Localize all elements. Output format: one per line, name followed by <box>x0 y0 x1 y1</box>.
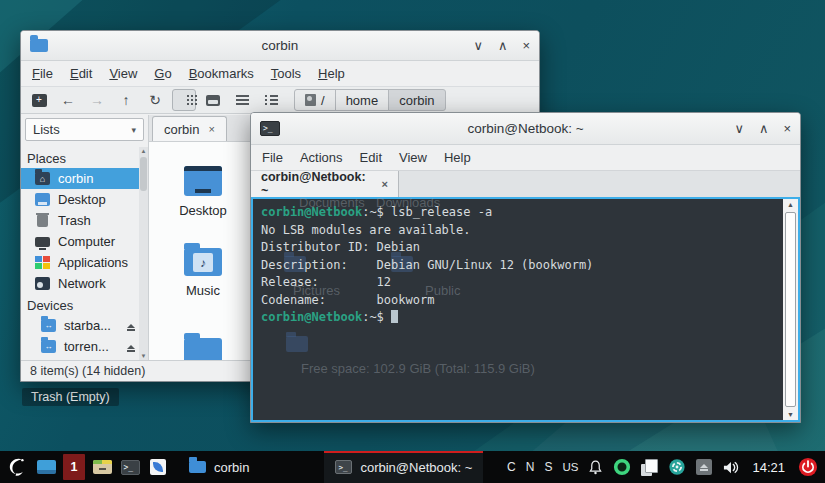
app-menu-button[interactable] <box>0 451 32 483</box>
breadcrumb-current[interactable]: corbin <box>388 89 445 111</box>
network-icon <box>35 277 50 290</box>
clock[interactable]: 14:21 <box>752 460 785 475</box>
menu-view[interactable]: View <box>399 150 427 165</box>
tab-corbin[interactable]: corbin × <box>152 116 227 141</box>
close-icon[interactable]: × <box>522 39 530 52</box>
file-item-label: Desktop <box>157 203 249 218</box>
sidebar-item-corbin[interactable]: ⌂ corbin <box>21 168 139 189</box>
task-terminal[interactable]: >_ corbin@Netbook: ~ <box>324 451 483 483</box>
breadcrumb: / home corbin <box>295 89 446 111</box>
close-icon[interactable]: × <box>783 122 791 135</box>
text-editor-launcher[interactable] <box>144 451 172 483</box>
new-tab-button[interactable]: + <box>27 89 51 111</box>
terminal-titlebar[interactable]: >_ corbin@Netbook: ~ ∨ ∧ × <box>251 113 800 145</box>
menu-go[interactable]: Go <box>154 66 171 81</box>
desktop-pager[interactable]: 1 <box>63 454 85 480</box>
shutter-app-icon[interactable] <box>668 458 686 476</box>
prompt-user: corbin@Netbook <box>261 205 362 219</box>
file-manager-titlebar[interactable]: corbin ∨ ∧ × <box>21 31 539 61</box>
terminal-line: No LSB modules are available. <box>261 222 778 240</box>
minimize-icon[interactable]: ∨ <box>734 122 744 135</box>
sidebar-item-label: Computer <box>58 234 115 249</box>
keyboard-layout-indicator[interactable]: US <box>562 461 578 473</box>
detailed-view-icon <box>236 95 249 105</box>
scrollbar-thumb[interactable] <box>785 212 796 407</box>
forward-button[interactable]: → <box>85 89 109 111</box>
scroll-down-icon[interactable]: ▼ <box>141 353 147 359</box>
tab-close-icon[interactable]: × <box>382 179 388 190</box>
maximize-icon[interactable]: ∧ <box>498 39 508 52</box>
menu-bookmarks[interactable]: Bookmarks <box>189 66 254 81</box>
minimize-icon[interactable]: ∨ <box>473 39 483 52</box>
tab-close-icon[interactable]: × <box>208 124 214 135</box>
task-label: corbin <box>214 460 249 475</box>
sidebar-item-label: starba... <box>64 318 111 333</box>
file-item-desktop[interactable]: Desktop <box>157 166 249 218</box>
sidebar-item-applications[interactable]: Applications <box>21 252 139 273</box>
back-icon: ← <box>61 92 75 108</box>
desktop-trash-icon[interactable]: Trash (Empty) <box>22 388 119 406</box>
terminal-scrollbar[interactable]: ▲ ▼ <box>783 199 798 420</box>
sidebar-item-trash[interactable]: Trash <box>21 210 139 231</box>
folder-icon <box>189 461 206 473</box>
icon-view-button[interactable] <box>172 89 196 111</box>
breadcrumb-root[interactable]: / <box>294 89 336 111</box>
sidebar-item-label: torren... <box>64 339 109 354</box>
ghost-statusbar-text: Free space: 102.9 GiB (Total: 115.9 GiB) <box>301 361 535 376</box>
window-title: corbin <box>21 38 539 53</box>
scroll-up-icon[interactable]: ▲ <box>787 201 794 208</box>
file-item-music[interactable]: ♪ Music <box>157 248 249 298</box>
show-desktop-button[interactable] <box>32 451 60 483</box>
terminal-content[interactable]: Documents Downloads Pictures Public Free… <box>251 197 800 422</box>
thumbnail-view-button[interactable] <box>201 89 225 111</box>
file-manager-sidebar: Lists ▾ Places ⌂ corbin Desktop Trash <box>21 115 149 360</box>
scrollbar-thumb[interactable] <box>140 157 147 191</box>
maximize-icon[interactable]: ∧ <box>759 122 769 135</box>
breadcrumb-home[interactable]: home <box>335 89 390 111</box>
menu-file[interactable]: File <box>262 150 283 165</box>
reload-icon: ↻ <box>149 92 161 108</box>
sidebar-item-device-1[interactable]: ↔ starba... <box>21 315 139 336</box>
panel-selector-label: Lists <box>33 122 60 137</box>
eject-icon[interactable] <box>127 324 135 328</box>
clipboard-icon[interactable] <box>641 459 658 476</box>
menu-edit[interactable]: Edit <box>70 66 92 81</box>
update-notifier-icon[interactable] <box>613 458 631 476</box>
sidebar-item-computer[interactable]: Computer <box>21 231 139 252</box>
menu-actions[interactable]: Actions <box>300 150 343 165</box>
up-button[interactable]: ↑ <box>114 89 138 111</box>
system-tray: C N S US 14:21 <box>507 457 825 477</box>
menu-edit[interactable]: Edit <box>360 150 382 165</box>
list-view-button[interactable] <box>259 89 283 111</box>
sidebar-item-desktop[interactable]: Desktop <box>21 189 139 210</box>
detailed-view-button[interactable] <box>230 89 254 111</box>
sidebar-item-label: Trash <box>58 213 91 228</box>
menu-tools[interactable]: Tools <box>271 66 301 81</box>
menu-help[interactable]: Help <box>318 66 345 81</box>
drawer-launcher[interactable] <box>88 451 116 483</box>
notifications-bell-icon[interactable] <box>588 459 603 475</box>
forward-icon: → <box>90 92 104 108</box>
sidebar-scrollbar[interactable]: ▲ ▼ <box>139 147 148 360</box>
terminal-tab[interactable]: corbin@Netbook: ~ × <box>251 171 399 197</box>
menu-file[interactable]: File <box>32 66 53 81</box>
eject-icon[interactable] <box>127 345 135 349</box>
back-button[interactable]: ← <box>56 89 80 111</box>
scroll-down-icon[interactable]: ▼ <box>787 411 794 418</box>
sidebar-item-device-2[interactable]: ↔ torren... <box>21 336 139 357</box>
task-file-manager[interactable]: corbin <box>178 451 260 483</box>
chevron-down-icon: ▾ <box>131 125 136 135</box>
removable-media-icon[interactable] <box>696 459 712 475</box>
terminal-launcher[interactable]: >_ <box>116 451 144 483</box>
terminal-line: Distributor ID: Debian <box>261 239 778 257</box>
power-button-icon[interactable] <box>798 457 818 477</box>
window-title: corbin@Netbook: ~ <box>251 121 800 136</box>
panel-selector-dropdown[interactable]: Lists ▾ <box>25 118 144 141</box>
sidebar-item-network[interactable]: Network <box>21 273 139 294</box>
menu-help[interactable]: Help <box>444 150 471 165</box>
reload-button[interactable]: ↻ <box>143 89 167 111</box>
volume-icon[interactable] <box>722 460 739 475</box>
scroll-up-icon[interactable]: ▲ <box>141 148 147 154</box>
menu-view[interactable]: View <box>109 66 137 81</box>
file-item-partial[interactable] <box>157 338 249 360</box>
